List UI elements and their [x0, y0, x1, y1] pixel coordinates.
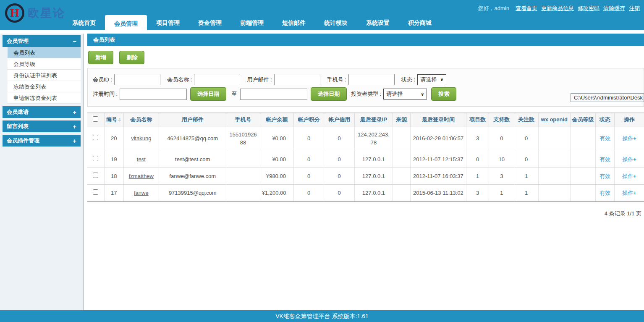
col-header-link[interactable]: 最后登录时间	[422, 116, 455, 123]
expand-icon[interactable]: +	[73, 137, 76, 144]
nav-tab-projects[interactable]: 项目管理	[147, 15, 189, 30]
sort-down-icon[interactable]: ⇩	[118, 117, 121, 123]
col-header-link[interactable]: 状态	[599, 116, 610, 123]
cell-select	[87, 168, 104, 184]
top-link-clear-cache[interactable]: 清除缓存	[603, 5, 625, 12]
cell-name: fzmatthew	[123, 168, 159, 184]
search-button[interactable]: 搜索	[431, 87, 456, 101]
top-link-logout[interactable]: 注销	[629, 5, 640, 12]
cell-credit: 0	[324, 151, 355, 168]
status-label: 状态 :	[401, 76, 415, 84]
col-header-link[interactable]: 手机号	[235, 116, 251, 123]
col-header: 帐户信用	[324, 113, 355, 126]
footer: VK维客众筹管理平台 系统版本:1.61	[0, 310, 644, 322]
sidebar-item-member-level[interactable]: 会员等级	[8, 58, 81, 70]
reg-time-start-input[interactable]	[120, 89, 187, 100]
nav-tab-members[interactable]: 会员管理	[105, 15, 147, 33]
member-name-link[interactable]: fzmatthew	[129, 173, 154, 179]
col-header: 用户邮件	[159, 113, 226, 126]
cell-id: 18	[104, 168, 123, 184]
col-header-link[interactable]: 支持数	[493, 116, 510, 123]
status-link[interactable]: 有效	[599, 135, 610, 141]
cell-last-login-time: 2012-11-07 12:15:37	[410, 151, 466, 168]
member-name-link[interactable]: test	[137, 156, 146, 162]
col-header-link[interactable]: 帐户积分	[298, 116, 320, 123]
col-header-link[interactable]: 会员名称	[130, 116, 152, 123]
cell-action: 操作+	[615, 168, 644, 184]
cell-email: 462414875@qq.com	[159, 126, 226, 151]
cell-source	[393, 126, 410, 151]
member-name-input[interactable]	[194, 74, 240, 85]
col-header: 会员等级	[570, 113, 595, 126]
sidebar-item-unfreeze-apply-list[interactable]: 申请解冻资金列表	[8, 92, 81, 104]
status-link[interactable]: 有效	[599, 190, 610, 196]
member-id-input[interactable]	[114, 74, 160, 85]
status-select[interactable]: 请选择 ∨	[417, 74, 446, 85]
cell-points: 0	[293, 126, 324, 151]
col-header-link[interactable]: 关注数	[518, 116, 534, 123]
col-header: 操作	[615, 113, 644, 126]
action-link[interactable]: 操作+	[622, 173, 636, 179]
col-header-link[interactable]: 帐户余额	[266, 116, 288, 123]
col-header: 会员名称	[123, 113, 159, 126]
col-header-link[interactable]: 最后登录IP	[360, 116, 387, 123]
delete-button[interactable]: 删除	[119, 51, 144, 64]
row-checkbox[interactable]	[93, 173, 98, 178]
sidebar-group-label: 会员邀请	[7, 108, 29, 116]
col-header-link[interactable]: 来源	[396, 116, 407, 123]
nav-tab-funds[interactable]: 资金管理	[189, 15, 231, 30]
cell-follows: 0	[514, 126, 538, 151]
pick-end-date-button[interactable]: 选择日期	[311, 87, 347, 101]
nav-tab-points-mall[interactable]: 积分商城	[399, 15, 441, 30]
investor-type-select[interactable]: 请选择 ∨	[383, 89, 427, 99]
pick-start-date-button[interactable]: 选择日期	[190, 87, 226, 101]
main-content: 会员列表 新增 删除 会员ID : 会员名称 : 用户邮件 : 手机号 : 状态…	[84, 34, 644, 310]
top-link-update-goods-info[interactable]: 更新商品信息	[541, 5, 574, 12]
col-header-link[interactable]: 帐户信用	[328, 116, 350, 123]
sidebar-item-identity-apply-list[interactable]: 身份认证申请列表	[8, 70, 81, 81]
top-link-view-home[interactable]: 查看首页	[516, 5, 537, 12]
email-input[interactable]	[274, 74, 320, 85]
nav-tab-stats[interactable]: 统计模块	[315, 15, 357, 30]
collapse-icon[interactable]: −	[73, 38, 76, 45]
add-button[interactable]: 新增	[88, 51, 113, 64]
nav-tab-home[interactable]: 系统首页	[63, 15, 105, 30]
phone-input[interactable]	[348, 74, 395, 85]
top-link-change-password[interactable]: 修改密码	[578, 5, 599, 12]
nav-tab-sms-email[interactable]: 短信邮件	[273, 15, 315, 30]
member-name-link[interactable]: vitakung	[131, 135, 151, 141]
sidebar-item-member-list[interactable]: 会员列表	[8, 47, 81, 58]
action-link[interactable]: 操作+	[622, 190, 636, 196]
sidebar-group-header-member-management[interactable]: 会员管理−	[3, 35, 81, 47]
row-checkbox[interactable]	[93, 156, 98, 161]
col-header-link[interactable]: wx openid	[541, 116, 568, 123]
status-link[interactable]: 有效	[599, 156, 610, 162]
col-header-link[interactable]: 编号	[106, 116, 117, 123]
row-checkbox[interactable]	[93, 135, 98, 140]
action-link[interactable]: 操作+	[622, 156, 636, 162]
nav-tab-frontend[interactable]: 前端管理	[231, 15, 273, 30]
col-header-link[interactable]: 用户邮件	[182, 116, 204, 123]
sidebar: 会员管理−会员列表会员等级身份认证申请列表冻结资金列表申请解冻资金列表会员邀请+…	[0, 34, 84, 310]
col-header-link[interactable]: 项目数	[469, 116, 486, 123]
sidebar-group-header-member-plugin[interactable]: 会员插件管理+	[3, 135, 81, 147]
cell-level	[570, 126, 595, 151]
status-link[interactable]: 有效	[599, 173, 610, 179]
cell-last-login-time: 2016-02-29 01:06:57	[410, 126, 466, 151]
nav-tab-settings[interactable]: 系统设置	[357, 15, 399, 30]
col-header-link[interactable]: 会员等级	[572, 116, 594, 123]
sidebar-group-header-message-list[interactable]: 留言列表+	[3, 120, 81, 132]
action-link[interactable]: 操作+	[622, 135, 636, 141]
expand-icon[interactable]: +	[73, 109, 76, 116]
sidebar-item-frozen-funds-list[interactable]: 冻结资金列表	[8, 81, 81, 92]
sidebar-group-label: 会员插件管理	[7, 137, 39, 144]
cell-projects: 0	[466, 151, 489, 168]
expand-icon[interactable]: +	[73, 123, 76, 130]
row-checkbox[interactable]	[93, 189, 98, 195]
reg-time-end-input[interactable]	[240, 89, 307, 100]
sidebar-group-header-member-invite[interactable]: 会员邀请+	[3, 106, 81, 118]
select-all-checkbox[interactable]	[93, 116, 98, 122]
panel-header: 会员列表	[87, 34, 644, 46]
table-row: 17fanwe97139915@qq.com¥1,200.0000127.0.0…	[87, 184, 644, 202]
member-name-link[interactable]: fanwe	[134, 190, 149, 196]
